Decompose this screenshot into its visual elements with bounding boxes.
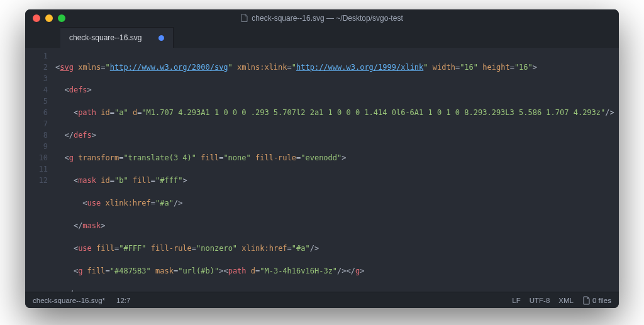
line-number: 1 bbox=[25, 50, 48, 62]
unsaved-indicator-icon bbox=[158, 35, 164, 41]
line-number: 4 bbox=[25, 84, 48, 96]
code-line[interactable]: <path id="a" d="M1.707 4.293A1 1 0 0 0 .… bbox=[55, 107, 614, 118]
editor-window: check-square--16.svg — ~/Desktop/svgo-te… bbox=[25, 9, 619, 308]
status-eol[interactable]: LF bbox=[512, 297, 520, 304]
status-cursor[interactable]: 12:7 bbox=[116, 297, 130, 304]
close-window-button[interactable] bbox=[33, 14, 40, 22]
tab-check-square[interactable]: check-square--16.svg bbox=[60, 27, 174, 48]
code-line[interactable]: <svg xmlns="http://www.w3.org/2000/svg" … bbox=[55, 62, 614, 73]
status-encoding[interactable]: UTF-8 bbox=[530, 297, 550, 304]
minimize-window-button[interactable] bbox=[45, 14, 53, 22]
status-bar: check-square--16.svg* 12:7 LF UTF-8 XML … bbox=[25, 292, 619, 308]
code-content[interactable]: <svg xmlns="http://www.w3.org/2000/svg" … bbox=[55, 48, 619, 292]
line-number: 2 bbox=[25, 62, 48, 73]
code-line[interactable]: </mask> bbox=[55, 220, 614, 231]
titlebar: check-square--16.svg — ~/Desktop/svgo-te… bbox=[25, 9, 619, 27]
line-number: 3 bbox=[25, 73, 48, 84]
line-number: 8 bbox=[25, 129, 48, 141]
tab-label: check-square--16.svg bbox=[69, 33, 142, 42]
file-icon bbox=[241, 14, 248, 23]
window-controls bbox=[25, 14, 65, 22]
code-line[interactable]: <use fill="#FFF" fill-rule="nonzero" xli… bbox=[55, 243, 614, 254]
code-line[interactable]: <defs> bbox=[55, 84, 614, 96]
status-filename[interactable]: check-square--16.svg* bbox=[33, 297, 105, 304]
status-language[interactable]: XML bbox=[558, 297, 574, 304]
line-number: 12 bbox=[25, 175, 48, 186]
line-number: 11 bbox=[25, 163, 48, 175]
line-number: 6 bbox=[25, 107, 48, 118]
tab-bar: check-square--16.svg bbox=[25, 27, 619, 48]
code-line[interactable]: <mask id="b" fill="#fff"> bbox=[55, 175, 614, 186]
line-number: 7 bbox=[25, 118, 48, 129]
code-line[interactable]: <g fill="#4875B3" mask="url(#b)"><path d… bbox=[55, 265, 614, 277]
editor-area[interactable]: 1 2 3 4 5 6 7 8 9 10 11 12 <svg xmlns="h… bbox=[25, 48, 619, 292]
code-line[interactable]: <g transform="translate(3 4)" fill="none… bbox=[55, 152, 614, 163]
code-line[interactable]: <use xlink:href="#a"/> bbox=[55, 197, 614, 209]
line-number-gutter: 1 2 3 4 5 6 7 8 9 10 11 12 bbox=[25, 48, 55, 292]
window-title-text: check-square--16.svg — ~/Desktop/svgo-te… bbox=[252, 14, 402, 23]
status-files[interactable]: 0 files bbox=[582, 296, 611, 305]
code-line[interactable]: </defs> bbox=[55, 129, 614, 141]
zoom-window-button[interactable] bbox=[58, 14, 65, 22]
xlink-link[interactable]: http://www.w3.org/1999/xlink bbox=[296, 63, 423, 72]
line-number: 10 bbox=[25, 152, 48, 163]
files-icon bbox=[582, 296, 590, 305]
line-number: 5 bbox=[25, 96, 48, 107]
xmlns-link[interactable]: http://www.w3.org/2000/svg bbox=[110, 63, 228, 72]
line-number: 9 bbox=[25, 141, 48, 152]
window-title: check-square--16.svg — ~/Desktop/svgo-te… bbox=[25, 14, 619, 23]
